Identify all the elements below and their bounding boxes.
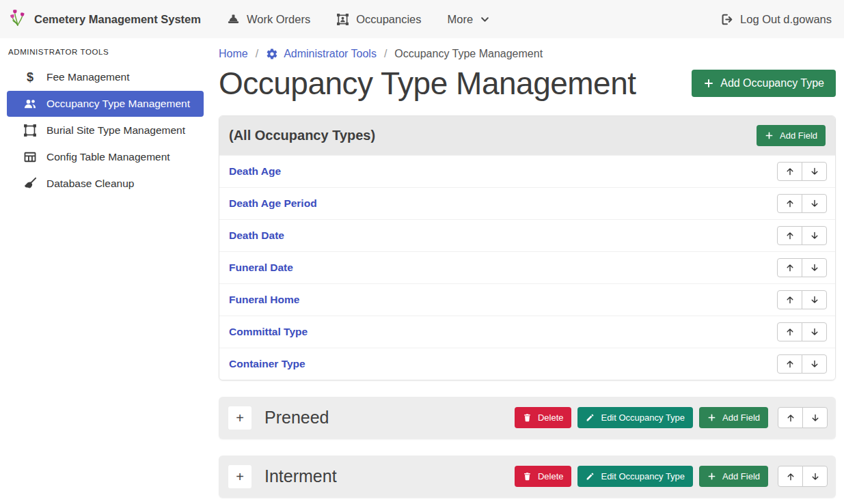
field-link-death-age[interactable]: Death Age <box>229 165 281 178</box>
move-down-button[interactable] <box>802 407 828 428</box>
field-link-committal-type[interactable]: Committal Type <box>229 326 308 338</box>
trash-icon <box>523 472 532 481</box>
field-row: Container Type <box>219 348 835 380</box>
breadcrumb-admin-tools-link[interactable]: Administrator Tools <box>266 48 377 60</box>
tulips-logo-icon <box>10 8 26 31</box>
add-field-label: Add Field <box>722 471 760 481</box>
plus-icon <box>707 413 716 422</box>
sidebar-item-label: Database Cleanup <box>46 178 134 190</box>
field-row: Committal Type <box>219 316 835 348</box>
field-link-funeral-home[interactable]: Funeral Home <box>229 294 299 306</box>
brand[interactable]: Cemetery Management System <box>10 8 201 31</box>
nav-work-orders-label: Work Orders <box>247 13 310 26</box>
broom-icon <box>23 177 38 191</box>
reorder-controls <box>777 290 827 309</box>
move-down-button[interactable] <box>802 466 828 487</box>
add-field-button[interactable]: Add Field <box>699 466 768 487</box>
field-link-funeral-date[interactable]: Funeral Date <box>229 262 293 274</box>
breadcrumb-separator: / <box>256 48 258 60</box>
delete-label: Delete <box>538 471 564 481</box>
section-title: Preneed <box>264 408 515 428</box>
add-field-label: Add Field <box>780 130 817 141</box>
expand-button[interactable]: + <box>228 406 251 430</box>
sidebar-item-burial-site-type-management[interactable]: Burial Site Type Management <box>7 117 204 143</box>
section-title: Interment <box>264 466 515 486</box>
field-link-death-age-period[interactable]: Death Age Period <box>229 197 317 210</box>
plus-icon <box>707 472 716 481</box>
add-field-label: Add Field <box>722 412 760 423</box>
move-down-button[interactable] <box>802 226 827 245</box>
move-down-button[interactable] <box>802 322 827 341</box>
sign-out-icon <box>720 13 733 26</box>
move-up-button[interactable] <box>777 194 802 213</box>
delete-label: Delete <box>538 412 564 423</box>
logout-button[interactable]: Log Out d.gowans <box>720 13 832 26</box>
users-icon <box>23 97 38 111</box>
move-down-button[interactable] <box>802 258 827 277</box>
plus-icon <box>765 131 774 140</box>
table-icon <box>23 150 38 164</box>
field-row: Funeral Date <box>219 251 835 283</box>
edit-occupancy-type-button[interactable]: Edit Occupancy Type <box>577 407 693 428</box>
app-title: Cemetery Management System <box>34 13 201 26</box>
expand-button[interactable]: + <box>228 465 251 488</box>
nav-more[interactable]: More <box>448 13 491 26</box>
move-down-button[interactable] <box>802 194 827 213</box>
edit-occupancy-type-button[interactable]: Edit Occupancy Type <box>577 466 693 487</box>
nav-occupancies[interactable]: Occupancies <box>336 13 421 26</box>
occupancy-type-section-interment: + Interment Delete Edit Occupancy Type A… <box>219 456 836 498</box>
all-occupancy-types-card: (All Occupancy Types) Add Field Death Ag… <box>219 115 836 380</box>
reorder-controls <box>777 226 827 245</box>
move-up-button[interactable] <box>777 290 802 309</box>
move-up-button[interactable] <box>778 466 803 487</box>
field-link-death-date[interactable]: Death Date <box>229 229 284 242</box>
move-down-button[interactable] <box>802 162 827 181</box>
edit-occupancy-type-label: Edit Occupancy Type <box>601 412 685 423</box>
field-link-container-type[interactable]: Container Type <box>229 358 305 370</box>
move-down-button[interactable] <box>802 354 827 374</box>
reorder-controls <box>778 407 828 428</box>
delete-button[interactable]: Delete <box>515 466 572 487</box>
breadcrumb: Home / Administrator Tools / Occupancy T… <box>219 48 836 60</box>
main-content: Home / Administrator Tools / Occupancy T… <box>212 48 844 498</box>
move-up-button[interactable] <box>777 162 802 181</box>
breadcrumb-admin-tools-label: Administrator Tools <box>284 48 377 60</box>
move-up-button[interactable] <box>777 354 802 374</box>
reorder-controls <box>778 466 828 487</box>
top-navbar: Cemetery Management System Work Orders O… <box>0 0 844 38</box>
field-row: Funeral Home <box>219 283 835 316</box>
nav-occupancies-label: Occupancies <box>356 13 421 26</box>
move-down-button[interactable] <box>802 290 827 309</box>
sidebar-item-occupancy-type-management[interactable]: Occupancy Type Management <box>7 91 204 117</box>
move-up-button[interactable] <box>777 258 802 277</box>
delete-button[interactable]: Delete <box>515 407 572 428</box>
sidebar-item-fee-management[interactable]: $ Fee Management <box>7 64 204 90</box>
nav-work-orders[interactable]: Work Orders <box>227 13 310 26</box>
occupancy-type-section-preneed: + Preneed Delete Edit Occupancy Type Add… <box>219 397 836 439</box>
plus-icon <box>703 78 714 89</box>
sidebar-heading: Administrator Tools <box>0 38 212 64</box>
nav-more-label: More <box>448 13 474 26</box>
move-up-button[interactable] <box>777 226 802 245</box>
field-row: Death Date <box>219 219 835 251</box>
add-field-button[interactable]: Add Field <box>757 125 826 146</box>
add-field-button[interactable]: Add Field <box>699 407 768 428</box>
pencil-icon <box>586 413 595 422</box>
vector-square-icon <box>23 124 38 137</box>
sidebar: Administrator Tools $ Fee Management Occ… <box>0 38 212 197</box>
hard-hat-icon <box>227 13 240 26</box>
breadcrumb-home-link[interactable]: Home <box>219 48 248 60</box>
move-up-button[interactable] <box>777 322 802 341</box>
add-occupancy-type-button[interactable]: Add Occupancy Type <box>692 70 836 97</box>
sidebar-item-database-cleanup[interactable]: Database Cleanup <box>7 171 204 197</box>
section-actions: Delete Edit Occupancy Type Add Field <box>515 466 828 487</box>
reorder-controls <box>777 258 827 277</box>
all-occupancy-types-title: (All Occupancy Types) <box>229 128 375 143</box>
section-actions: Delete Edit Occupancy Type Add Field <box>515 407 828 428</box>
move-up-button[interactable] <box>778 407 803 428</box>
breadcrumb-current: Occupancy Type Management <box>394 48 543 60</box>
reorder-controls <box>777 194 827 213</box>
reorder-controls <box>777 322 827 341</box>
sidebar-item-config-table-management[interactable]: Config Table Management <box>7 144 204 170</box>
sidebar-item-label: Burial Site Type Management <box>46 124 185 137</box>
